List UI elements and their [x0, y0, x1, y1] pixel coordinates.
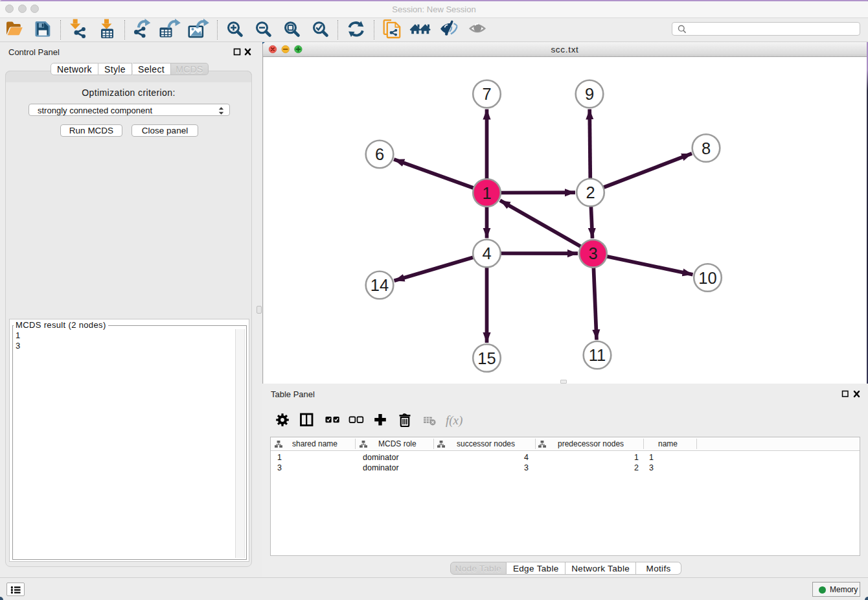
svg-text:14: 14: [371, 276, 389, 294]
svg-text:f(x): f(x): [446, 413, 463, 428]
svg-text:6: 6: [375, 145, 384, 163]
svg-text:11: 11: [589, 346, 606, 364]
svg-text:7: 7: [482, 85, 491, 103]
svg-text:2: 2: [586, 183, 595, 202]
svg-text:4: 4: [482, 244, 491, 262]
svg-text:8: 8: [702, 139, 711, 157]
svg-text:15: 15: [477, 349, 496, 367]
svg-text:1: 1: [482, 184, 491, 202]
svg-text:10: 10: [698, 269, 716, 287]
svg-text:9: 9: [585, 85, 594, 103]
svg-text:3: 3: [588, 244, 597, 262]
